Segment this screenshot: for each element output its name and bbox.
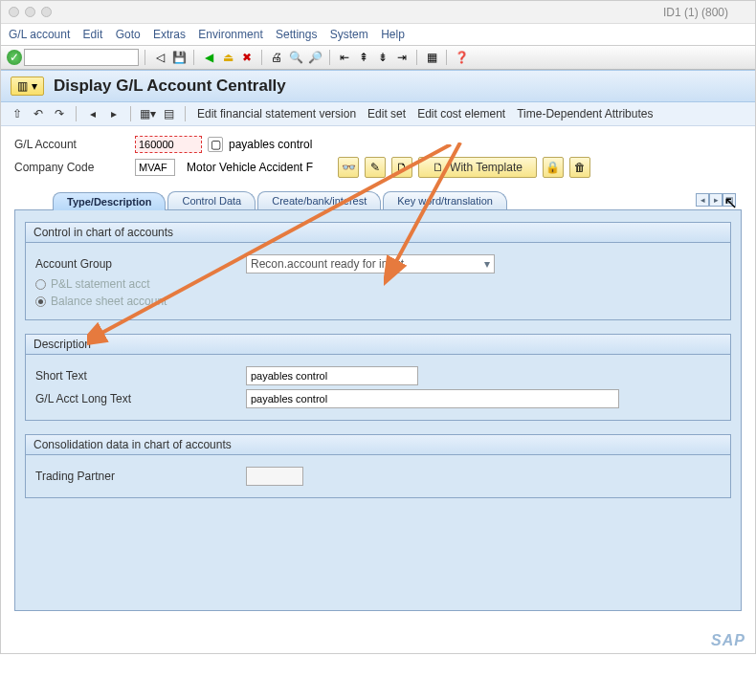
tab-create-bank-interest[interactable]: Create/bank/interest [257, 191, 381, 209]
separator [145, 50, 145, 65]
lock-button[interactable]: 🔒 [543, 157, 564, 178]
overview-icon: ▥ [17, 79, 28, 93]
menu-system[interactable]: System [330, 28, 368, 41]
menubar: G/L account Edit Goto Extras Environment… [1, 24, 755, 46]
separator [446, 50, 447, 65]
menu-edit[interactable]: Edit [83, 28, 103, 41]
panel-consolidation: Consolidation data in chart of accounts … [25, 434, 731, 498]
app-toolbar: ⇧ ↶ ↷ ◂ ▸ ▦▾ ▤ Edit financial statement … [1, 102, 755, 126]
nav-up-icon[interactable]: ⇧ [9, 105, 26, 122]
menu-extras[interactable]: Extras [153, 28, 186, 41]
company-code-input[interactable] [135, 159, 175, 176]
radio-icon [35, 296, 46, 307]
long-text-input[interactable] [246, 389, 619, 408]
other-entry-icon[interactable]: ▦▾ [139, 105, 156, 122]
radio-icon [35, 279, 46, 290]
window-zoom-icon[interactable] [41, 7, 52, 17]
panel-control-chart: Control in chart of accounts Account Gro… [25, 222, 731, 320]
exit-icon[interactable]: ⏏ [219, 49, 236, 66]
panel-consolidation-title: Consolidation data in chart of accounts [26, 435, 730, 455]
separator [185, 106, 186, 121]
account-group-value: Recon.account ready for input [251, 257, 404, 271]
menu-goto[interactable]: Goto [116, 28, 141, 41]
delete-button[interactable]: 🗑 [569, 157, 590, 178]
separator [261, 50, 262, 65]
link-edit-set[interactable]: Edit set [367, 107, 406, 120]
back-icon[interactable]: ◁ [151, 49, 168, 66]
radio-pnl-label: P&L statement acct [51, 277, 150, 291]
company-code-label: Company Code [14, 161, 129, 174]
tab-pane: Control in chart of accounts Account Gro… [14, 209, 742, 611]
pencil-icon: ✎ [370, 161, 380, 174]
sap-logo: SAP [1, 630, 755, 653]
create-button[interactable]: 🗋 [391, 157, 412, 178]
help-icon[interactable]: ❓ [453, 49, 470, 66]
menu-help[interactable]: Help [381, 28, 405, 41]
window-close-icon[interactable] [9, 7, 19, 17]
document-icon: 🗋 [396, 161, 408, 174]
edit-button[interactable]: ✎ [365, 157, 386, 178]
link-time-dependent-attributes[interactable]: Time-Dependent Attributes [517, 107, 653, 120]
radio-pnl-statement[interactable]: P&L statement acct [35, 277, 150, 291]
short-text-input[interactable] [246, 366, 418, 385]
tab-key-word-translation[interactable]: Key word/translation [383, 191, 507, 209]
account-group-label: Account Group [35, 257, 246, 271]
nav-prev-icon[interactable]: ↶ [30, 105, 47, 122]
save-icon[interactable]: 💾 [170, 49, 188, 66]
dropdown-icon: ▾ [32, 79, 37, 93]
window-minimize-icon[interactable] [25, 7, 35, 17]
last-icon[interactable]: ▸ [105, 105, 122, 122]
app-badge[interactable]: ▥ ▾ [11, 77, 44, 96]
back-green-icon[interactable]: ◀ [200, 49, 217, 66]
glasses-icon: 👓 [342, 161, 356, 174]
create-icon[interactable]: ▤ [160, 105, 177, 122]
last-page-icon[interactable]: ⇥ [393, 49, 411, 66]
separator [130, 106, 131, 121]
document-icon: 🗋 [433, 161, 444, 174]
session-icon[interactable]: ▦ [423, 49, 440, 66]
menu-environment[interactable]: Environment [198, 28, 262, 41]
menu-gl-account[interactable]: G/L account [9, 28, 70, 41]
tab-type-description[interactable]: Type/Description [53, 192, 166, 210]
page-title: Display G/L Account Centrally [54, 77, 286, 96]
chevron-down-icon: ▾ [484, 257, 490, 271]
search-help-icon[interactable]: ▢ [208, 137, 223, 152]
first-icon[interactable]: ◂ [84, 105, 101, 122]
next-page-icon[interactable]: ⇟ [374, 49, 391, 66]
cancel-icon[interactable]: ✖ [238, 49, 256, 66]
nav-next-icon[interactable]: ↷ [51, 105, 68, 122]
link-edit-financial-statement[interactable]: Edit financial statement version [197, 107, 356, 120]
content-area: G/L Account ▢ payables control Company C… [1, 126, 755, 630]
panel-description: Description Short Text G/L Acct Long Tex… [25, 334, 731, 421]
command-field[interactable] [24, 49, 139, 66]
window-titlebar: ID1 (1) (800) [1, 1, 755, 24]
panel-description-title: Description [26, 335, 730, 355]
lock-icon: 🔒 [545, 161, 560, 174]
mouse-cursor-icon: ↖ [723, 192, 738, 213]
gl-account-input[interactable] [135, 136, 202, 153]
window-title: ID1 (1) (800) [52, 6, 747, 19]
tab-scroll-left-icon[interactable]: ◂ [696, 193, 709, 207]
print-icon[interactable]: 🖨 [268, 49, 285, 66]
with-template-button[interactable]: 🗋 With Template [418, 157, 537, 178]
with-template-label: With Template [450, 161, 523, 174]
prev-page-icon[interactable]: ⇞ [355, 49, 372, 66]
gl-account-text: payables control [229, 138, 312, 151]
trading-partner-input[interactable] [246, 467, 303, 486]
separator [76, 106, 77, 121]
link-edit-cost-element[interactable]: Edit cost element [417, 107, 505, 120]
app-header: ▥ ▾ Display G/L Account Centrally [1, 70, 755, 102]
tab-control-data[interactable]: Control Data [167, 191, 256, 209]
tab-scroll-right-icon[interactable]: ▸ [709, 193, 723, 207]
account-group-select[interactable]: Recon.account ready for input ▾ [246, 254, 495, 273]
separator [193, 50, 194, 65]
radio-balance-sheet[interactable]: Balance sheet account [35, 295, 167, 308]
enter-icon[interactable]: ✓ [7, 50, 22, 65]
find-icon[interactable]: 🔍 [287, 49, 304, 66]
display-button[interactable]: 👓 [338, 157, 359, 178]
first-page-icon[interactable]: ⇤ [336, 49, 353, 66]
menu-settings[interactable]: Settings [276, 28, 317, 41]
find-next-icon[interactable]: 🔎 [306, 49, 323, 66]
short-text-label: Short Text [35, 369, 246, 383]
trash-icon: 🗑 [574, 161, 586, 174]
